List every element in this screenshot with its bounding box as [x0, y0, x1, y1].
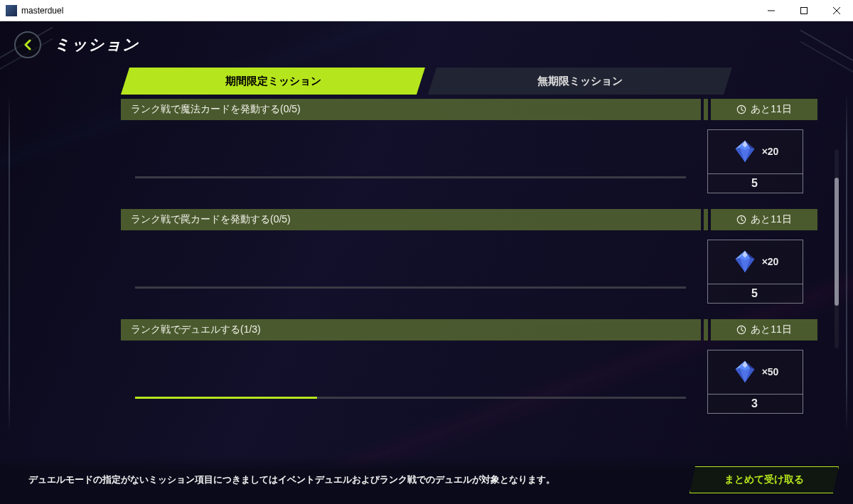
mission-title: ランク戦で魔法カードを発動する(0/5)	[121, 99, 701, 120]
progress-wrap	[121, 144, 707, 178]
mission-body: ×50 3	[121, 341, 817, 422]
reward-quantity: ×20	[762, 146, 779, 157]
reward-card[interactable]: ×20 5	[707, 129, 803, 193]
maximize-button[interactable]	[788, 0, 820, 21]
tab-unlimited-missions[interactable]: 無期限ミッション	[428, 68, 732, 95]
minimize-icon	[768, 7, 775, 14]
gem-icon	[732, 249, 758, 274]
clock-icon	[736, 104, 746, 114]
scrollbar-thumb[interactable]	[835, 178, 839, 306]
progress-wrap	[121, 365, 707, 399]
reward-target: 5	[708, 284, 803, 303]
reward-card[interactable]: ×20 5	[707, 240, 803, 304]
reward-quantity: ×50	[762, 366, 779, 377]
tab-limited-missions[interactable]: 期間限定ミッション	[121, 68, 425, 95]
back-button[interactable]	[14, 31, 41, 58]
tab-label: 無期限ミッション	[537, 75, 623, 88]
divider	[704, 209, 708, 230]
close-icon	[833, 7, 840, 14]
mission-header: ランク戦で魔法カードを発動する(0/5) あと11日	[121, 99, 817, 120]
footer-note: デュエルモードの指定がないミッション項目につきましてはイベントデュエルおよびラン…	[14, 473, 690, 486]
mission-list: ランク戦で魔法カードを発動する(0/5) あと11日	[121, 99, 817, 454]
clock-icon	[736, 325, 746, 335]
frame-line	[846, 92, 847, 433]
mission-body: ×20 5	[121, 120, 817, 202]
back-chevron-icon	[22, 39, 33, 50]
mission-item[interactable]: ランク戦でデュエルする(1/3) あと11日	[121, 319, 817, 422]
minimize-button[interactable]	[755, 0, 788, 21]
maximize-icon	[800, 7, 808, 14]
close-button[interactable]	[820, 0, 853, 21]
progress-fill	[135, 397, 317, 399]
mission-time-remaining: あと11日	[711, 209, 817, 230]
time-text: あと11日	[751, 213, 792, 226]
mission-body: ×20 5	[121, 230, 817, 312]
window-titlebar: masterduel	[0, 0, 853, 21]
time-text: あと11日	[751, 103, 792, 116]
mission-time-remaining: あと11日	[711, 319, 817, 341]
mission-header: ランク戦でデュエルする(1/3) あと11日	[121, 319, 817, 341]
svg-rect-1	[801, 7, 808, 14]
time-text: あと11日	[751, 323, 792, 336]
mission-item[interactable]: ランク戦で罠カードを発動する(0/5) あと11日	[121, 209, 817, 312]
reward-top: ×20	[708, 130, 803, 174]
reward-card[interactable]: ×50 3	[707, 350, 803, 414]
reward-top: ×50	[708, 350, 803, 395]
gem-icon	[732, 359, 758, 385]
mission-time-remaining: あと11日	[711, 99, 817, 120]
gem-icon	[732, 139, 758, 164]
reward-quantity: ×20	[762, 256, 779, 267]
reward-target: 5	[708, 174, 803, 193]
mission-title: ランク戦でデュエルする(1/3)	[121, 319, 701, 341]
clock-icon	[736, 215, 746, 225]
mission-item[interactable]: ランク戦で魔法カードを発動する(0/5) あと11日	[121, 99, 817, 202]
progress-bar	[135, 286, 686, 289]
scrollbar-track[interactable]	[835, 149, 839, 348]
page-title: ミッション	[54, 34, 139, 55]
tab-label: 期間限定ミッション	[225, 75, 321, 88]
reward-target: 3	[708, 395, 803, 413]
mission-header: ランク戦で罠カードを発動する(0/5) あと11日	[121, 209, 817, 230]
divider	[704, 319, 708, 341]
progress-wrap	[121, 254, 707, 289]
divider	[704, 99, 708, 120]
game-viewport: ミッション 期間限定ミッション 無期限ミッション ランク戦で魔法カードを発動する…	[0, 21, 853, 504]
progress-bar	[135, 176, 686, 178]
collect-all-label: まとめて受け取る	[724, 473, 804, 486]
app-icon	[6, 5, 17, 16]
footer-bar: デュエルモードの指定がないミッション項目につきましてはイベントデュエルおよびラン…	[0, 456, 853, 504]
mission-title: ランク戦で罠カードを発動する(0/5)	[121, 209, 701, 230]
frame-line	[9, 92, 10, 433]
collect-all-button[interactable]: まとめて受け取る	[690, 466, 839, 493]
progress-bar	[135, 397, 686, 399]
page-header: ミッション	[0, 21, 853, 68]
reward-top: ×20	[708, 240, 803, 284]
window-title: masterduel	[21, 6, 755, 16]
